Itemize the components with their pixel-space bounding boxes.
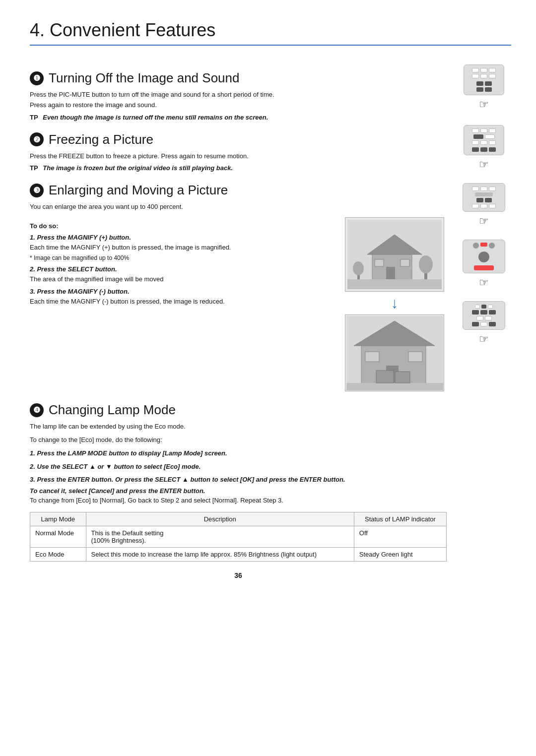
svg-rect-16 [408, 352, 422, 362]
step-3-2-body: The area of the magnified image will be … [30, 274, 333, 284]
section-4-normal: To change from [Eco] to [Normal], Go bac… [30, 497, 367, 504]
section-1-tp-note: TP Even though the image is turned off t… [30, 114, 447, 121]
table-cell-eco-status: Steady Green light [354, 548, 446, 562]
section-1-number: ❶ [30, 71, 44, 85]
section-3-images: ↓ [342, 217, 447, 391]
section-2-body: Press the FREEZE button to freeze a pict… [30, 151, 377, 162]
section-1-body: Press the PIC-MUTE button to turn off th… [30, 90, 377, 111]
table-row-normal: Normal Mode This is the Default setting(… [30, 526, 447, 548]
section-2-number: ❷ [30, 132, 44, 146]
section-4-cancel: To cancel it, select [Cancel] and press … [30, 487, 367, 495]
svg-point-9 [353, 261, 364, 275]
step-3-1-note: * Image can be magnified up to 400% [30, 254, 333, 261]
table-header-mode: Lamp Mode [30, 512, 86, 526]
table-header-description: Description [86, 512, 354, 526]
section-3-steps: To do so: 1. Press the MAGNIFY (+) butto… [30, 217, 333, 391]
step-3-2-label: 2. Press the SELECT button. [30, 265, 333, 273]
section-2-title: Freezing a Picture [49, 132, 153, 147]
svg-rect-18 [376, 371, 394, 383]
svg-rect-10 [347, 279, 442, 289]
svg-rect-5 [401, 259, 409, 266]
svg-rect-15 [365, 352, 379, 362]
house-image-after [345, 315, 444, 391]
right-sidebar: ☞ ☞ [457, 60, 511, 579]
remote-5: ☞ [463, 301, 505, 346]
table-header-status: Status of LAMP indicator [354, 512, 446, 526]
section-1: ❶ Turning Off the Image and Sound Press … [30, 70, 447, 121]
section-3-body: You can enlarge the area you want up to … [30, 202, 377, 212]
remote-1: ☞ [464, 64, 504, 111]
table-cell-normal-desc: This is the Default setting(100% Brightn… [86, 526, 354, 548]
section-4-number: ❹ [30, 403, 44, 417]
step-3-3-body: Each time the MAGNIFY (-) button is pres… [30, 297, 333, 307]
table-cell-normal-status: Off [354, 526, 446, 548]
step-3-1-body: Each time the MAGNIFY (+) button is pres… [30, 243, 333, 252]
section-3-number: ❸ [30, 184, 44, 197]
section-4-body2: To change to the [Eco] mode, do the foll… [30, 435, 367, 445]
svg-point-7 [419, 255, 433, 273]
remote-3: ☞ [463, 183, 505, 228]
section-3-title: Enlarging and Moving a Picture [49, 183, 228, 198]
section-2-tp-note: TP The image is frozen but the original … [30, 164, 447, 172]
step-3-1-label: 1. Press the MAGNIFY (+) button. [30, 234, 333, 241]
to-do-so-label: To do so: [30, 222, 333, 230]
lamp-mode-table: Lamp Mode Description Status of LAMP ind… [30, 512, 447, 562]
section-4-title: Changing Lamp Mode [49, 402, 176, 418]
section-2: ❷ Freezing a Picture Press the FREEZE bu… [30, 132, 447, 172]
table-cell-eco-mode: Eco Mode [30, 548, 86, 562]
page-title: 4. Convenient Features [30, 20, 511, 46]
section-1-title: Turning Off the Image and Sound [49, 70, 239, 86]
page-number: 36 [30, 571, 447, 579]
svg-rect-19 [395, 372, 410, 383]
section-3: ❸ Enlarging and Moving a Picture You can… [30, 183, 447, 391]
table-row-eco: Eco Mode Select this mode to increase th… [30, 548, 447, 562]
magnify-arrow: ↓ [391, 296, 399, 311]
table-cell-eco-desc: Select this mode to increase the lamp li… [86, 548, 354, 562]
step-3-3-label: 3. Press the MAGNIFY (-) button. [30, 288, 333, 295]
table-cell-normal-mode: Normal Mode [30, 526, 86, 548]
section-4: ❹ Changing Lamp Mode The lamp life can b… [30, 402, 447, 562]
remote-2: ☞ [464, 125, 504, 171]
svg-rect-4 [375, 259, 384, 266]
section-4-step2: 2. Use the SELECT ▲ or ▼ button to selec… [30, 462, 367, 472]
remote-4: ☞ [463, 240, 505, 289]
section-4-body1: The lamp life can be extended by using t… [30, 422, 367, 432]
svg-rect-17 [346, 383, 443, 390]
section-4-step3: 3. Press the ENTER button. Or press the … [30, 475, 367, 485]
house-image-before [345, 217, 444, 292]
section-4-step1: 1. Press the LAMP MODE button to display… [30, 448, 367, 459]
